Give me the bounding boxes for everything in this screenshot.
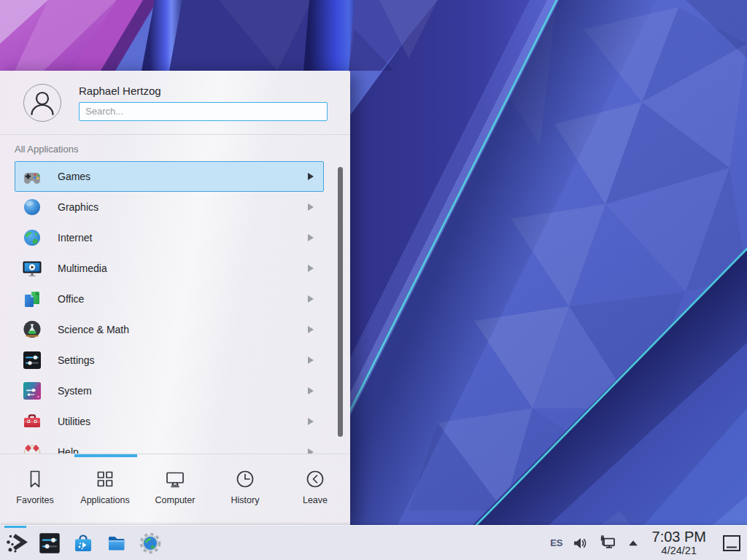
internet-icon: [22, 228, 42, 248]
favorites-icon: [24, 468, 46, 490]
menu-item-label: Utilities: [58, 416, 90, 427]
settings-icon: [22, 350, 42, 370]
menu-item-multimedia[interactable]: Multimedia: [15, 253, 324, 284]
menu-item-internet[interactable]: Internet: [15, 222, 324, 253]
menu-item-graphics[interactable]: Graphics: [15, 192, 324, 222]
tab-applications[interactable]: Applications: [70, 454, 140, 524]
menu-item-label: Graphics: [58, 201, 98, 213]
discover-icon: [71, 532, 95, 555]
menu-item-settings[interactable]: Settings: [15, 345, 324, 376]
submenu-arrow-icon: [308, 448, 314, 454]
application-launcher-icon: [4, 532, 28, 555]
clock-time: 7:03 PM: [652, 529, 706, 544]
tab-label: Leave: [303, 495, 328, 505]
tab-computer[interactable]: Computer: [140, 454, 210, 524]
multimedia-icon: [22, 258, 42, 279]
network-icon[interactable]: [598, 533, 618, 553]
submenu-arrow-icon: [308, 357, 314, 364]
konqueror-icon: [139, 532, 162, 555]
user-icon: [24, 85, 61, 121]
menu-item-games[interactable]: Games: [15, 161, 324, 192]
volume-icon[interactable]: [571, 534, 590, 553]
submenu-arrow-icon: [308, 234, 314, 241]
tab-label: Applications: [80, 495, 129, 505]
user-name: Raphael Hertzog: [79, 85, 328, 97]
tab-label: History: [231, 495, 260, 505]
submenu-arrow-icon: [308, 418, 314, 425]
office-icon: [22, 289, 42, 309]
menu-item-utilities[interactable]: Utilities: [15, 406, 324, 437]
clock-date: 4/24/21: [652, 545, 706, 556]
system-icon: [22, 381, 42, 401]
submenu-arrow-icon: [308, 387, 314, 394]
submenu-arrow-icon: [308, 173, 314, 180]
system-tray: ES 7:03 PM 4/24/21: [550, 529, 743, 556]
app-list: Games Graphics: [0, 161, 350, 454]
system-settings-button[interactable]: [38, 532, 61, 555]
scrollbar[interactable]: [338, 167, 343, 437]
show-desktop-icon[interactable]: [721, 532, 743, 554]
menu-item-label: Internet: [58, 232, 92, 244]
submenu-arrow-icon: [308, 265, 314, 272]
submenu-arrow-icon: [308, 203, 314, 211]
expand-tray-icon[interactable]: [626, 536, 640, 551]
utilities-icon: [22, 411, 42, 432]
kickoff-header: Raphael Hertzog: [0, 71, 350, 135]
menu-item-label: Multimedia: [58, 262, 107, 274]
kickoff-tabbar: Favorites Applications Computer: [0, 454, 350, 524]
games-icon: [22, 166, 42, 187]
avatar[interactable]: [23, 84, 61, 122]
menu-item-science-math[interactable]: Science & Math: [15, 314, 324, 345]
menu-item-label: Help: [58, 446, 79, 454]
menu-item-label: Games: [58, 171, 90, 182]
menu-item-label: System: [58, 385, 92, 397]
applications-icon: [94, 468, 116, 490]
konqueror-button[interactable]: [139, 532, 162, 555]
computer-icon: [164, 468, 186, 490]
discover-button[interactable]: [71, 532, 95, 555]
submenu-arrow-icon: [308, 295, 314, 303]
menu-item-label: Science & Math: [58, 324, 129, 335]
tab-label: Favorites: [16, 495, 53, 505]
application-launcher-button[interactable]: [4, 532, 28, 555]
taskbar-apps: [4, 532, 162, 555]
dolphin-button[interactable]: [105, 532, 128, 555]
leave-icon: [304, 468, 326, 490]
dolphin-icon: [105, 532, 128, 555]
search-input[interactable]: [79, 102, 328, 121]
menu-item-help[interactable]: Help: [15, 437, 324, 454]
tab-history[interactable]: History: [210, 454, 280, 524]
digital-clock[interactable]: 7:03 PM 4/24/21: [652, 529, 706, 556]
science-icon: [22, 319, 42, 340]
help-icon: [22, 442, 42, 454]
desktop: Raphael Hertzog All Applications Games: [0, 0, 747, 560]
keyboard-layout-indicator[interactable]: ES: [550, 537, 562, 548]
menu-item-office[interactable]: Office: [15, 284, 324, 314]
system-settings-icon: [38, 532, 61, 555]
tab-leave[interactable]: Leave: [280, 454, 350, 524]
tab-label: Computer: [155, 495, 196, 505]
tab-favorites[interactable]: Favorites: [0, 454, 70, 524]
history-icon: [234, 468, 256, 490]
menu-item-label: Office: [58, 293, 84, 305]
kickoff-menu: Raphael Hertzog All Applications Games: [0, 71, 350, 525]
menu-item-label: Settings: [58, 354, 95, 366]
section-label: All Applications: [0, 135, 350, 161]
taskbar: ES 7:03 PM 4/24/21: [0, 525, 747, 560]
submenu-arrow-icon: [308, 326, 314, 333]
graphics-icon: [22, 197, 42, 217]
menu-item-system[interactable]: System: [15, 376, 324, 406]
